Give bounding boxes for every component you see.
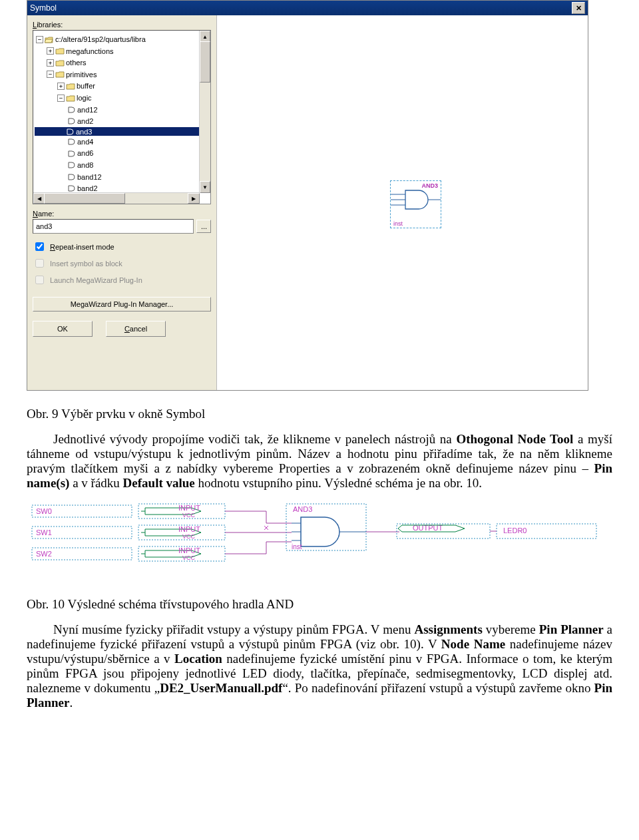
gate-icon <box>68 106 76 113</box>
tree-item[interactable]: and6 <box>67 147 209 159</box>
gate-icon <box>68 118 76 124</box>
tree-root[interactable]: −c:/altera/91sp2/quartus/libra <box>35 33 209 45</box>
name-input[interactable] <box>33 219 194 234</box>
tree-hscrollbar[interactable]: ◀ ▶ <box>33 192 200 204</box>
svg-text:INPUT: INPUT <box>178 504 200 512</box>
svg-text:INPUT: INPUT <box>178 525 200 533</box>
figure-10-caption: Obr. 10 Výsledné schéma třívstupového hr… <box>27 597 612 612</box>
checkbox-icon <box>35 276 44 284</box>
tree-folder[interactable]: −logic <box>56 92 209 104</box>
insert-block-checkbox: Insert symbol as block <box>33 257 211 270</box>
tree-vscrollbar[interactable]: ▲ ▼ <box>199 31 210 193</box>
svg-text:SW1: SW1 <box>36 528 52 536</box>
close-icon[interactable]: ✕ <box>572 2 585 14</box>
tree-folder[interactable]: +megafunctions <box>45 45 209 57</box>
tree-item[interactable]: band12 <box>67 171 209 183</box>
launch-megawizard-checkbox: Launch MegaWizard Plug-In <box>33 274 211 286</box>
dialog-title: Symbol <box>30 3 572 13</box>
paragraph-2: Nyní musíme fyzicky přiřadit vstupy a vý… <box>27 622 612 710</box>
gate-icon <box>68 174 76 180</box>
cancel-button[interactable]: Cancel <box>106 321 166 337</box>
checkbox-icon[interactable] <box>35 242 44 251</box>
scroll-right-icon[interactable]: ▶ <box>188 193 200 204</box>
megawizard-button[interactable]: MegaWizard Plug-In Manager... <box>33 297 211 312</box>
paragraph-1: Jednotlivé vývody propojíme vodiči tak, … <box>27 432 612 491</box>
libraries-tree[interactable]: −c:/altera/91sp2/quartus/libra +megafunc… <box>33 30 211 204</box>
symbol-dialog: Symbol ✕ Libraries: −c:/altera/91sp2/qua… <box>27 0 588 391</box>
tree-item[interactable]: and4 <box>67 136 209 148</box>
symbol-preview-canvas: AND3 inst <box>216 15 588 390</box>
svg-text:VCC: VCC <box>182 512 196 519</box>
svg-text:AND3: AND3 <box>293 505 312 513</box>
svg-text:SW0: SW0 <box>36 507 52 515</box>
scroll-thumb[interactable] <box>200 41 210 83</box>
browse-button[interactable]: ... <box>196 220 211 233</box>
repeat-insert-checkbox[interactable]: Repeat-insert mode <box>33 240 211 253</box>
libraries-label: Libraries: <box>33 21 211 29</box>
svg-text:VCC: VCC <box>182 533 196 540</box>
tree-item[interactable]: and8 <box>67 159 209 171</box>
gate-icon <box>68 162 76 168</box>
tree-item[interactable]: and12 <box>67 104 209 116</box>
folder-icon <box>66 83 75 90</box>
svg-text:inst: inst <box>292 543 302 550</box>
tree-item[interactable]: and2 <box>67 115 209 127</box>
folder-icon <box>55 71 65 78</box>
folder-open-icon <box>45 36 54 43</box>
and3-symbol: AND3 inst <box>390 180 441 228</box>
gate-icon <box>68 150 76 157</box>
svg-rect-28 <box>397 524 490 538</box>
folder-icon <box>66 95 75 102</box>
folder-icon <box>55 59 65 67</box>
checkbox-icon <box>35 259 44 268</box>
gate-icon <box>67 128 75 135</box>
tree-item-selected[interactable]: and3 <box>35 127 209 136</box>
svg-text:SW2: SW2 <box>36 550 52 558</box>
schematic-figure: SW0 SW1 SW2 INPUT VCC INPUT VCC INPUT <box>27 501 612 581</box>
scroll-down-icon[interactable]: ▼ <box>200 181 210 193</box>
svg-text:VCC: VCC <box>182 554 196 561</box>
gate-icon <box>68 185 76 192</box>
dialog-titlebar[interactable]: Symbol ✕ <box>27 1 588 15</box>
figure-9-caption: Obr. 9 Výběr prvku v okně Symbol <box>27 407 612 421</box>
tree-folder[interactable]: −primitives <box>45 69 209 81</box>
svg-text:INPUT: INPUT <box>178 546 200 554</box>
name-label: Name: <box>33 210 211 218</box>
svg-text:LEDR0: LEDR0 <box>503 526 527 534</box>
tree-folder[interactable]: +buffer <box>56 80 209 92</box>
gate-icon <box>68 138 76 145</box>
instance-label: inst <box>393 220 403 227</box>
folder-icon <box>55 47 65 55</box>
ok-button[interactable]: OK <box>33 321 93 337</box>
scroll-thumb[interactable] <box>44 193 125 204</box>
tree-folder[interactable]: +others <box>45 57 209 69</box>
